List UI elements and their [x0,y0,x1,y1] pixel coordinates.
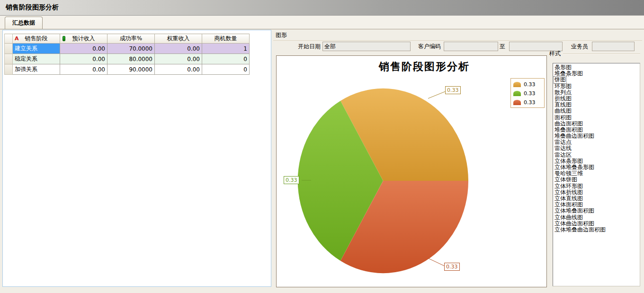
style-list-item[interactable]: 立体堆叠曲边面积图 [554,227,606,233]
chart-legend: 0.330.330.33 [510,78,545,108]
table-cell[interactable]: 0.00 [155,44,202,54]
style-list-item[interactable]: 立体折线图 [554,189,583,195]
style-list-item[interactable]: 环形图 [554,83,572,89]
customer-code-field[interactable] [444,42,498,51]
callout-line-1 [428,91,446,98]
salesperson-field[interactable] [592,42,635,51]
style-list-item[interactable]: 立体环形图 [554,183,583,189]
column-header-expected[interactable]: 预计收入 [60,34,107,44]
legend-value: 0.33 [524,81,536,88]
table-cell[interactable]: 0 [202,54,250,64]
sort-a-icon: A [15,36,19,42]
stage-table: A销售阶段 预计收入 成功率% 权重收入 商机数量 建立关系0.0070.000… [4,34,250,75]
graph-panel: 图形 开始日期 全部 客户编码 至 业务员 销售阶段图形分析 0.33 0.33… [273,29,642,289]
style-list-item[interactable]: 立体曲边面积图 [554,221,595,227]
legend-swatch-icon [513,82,521,87]
pie-chart-svg [277,56,546,287]
table-row: 加强关系0.0090.00000.000 [5,64,250,75]
table-cell[interactable]: 0.00 [155,54,202,64]
legend-value: 0.33 [524,99,536,106]
table-corner-cell[interactable] [5,34,13,44]
table-cell[interactable]: 0.00 [60,64,107,75]
table-cell[interactable]: 70.0000 [107,44,155,54]
slice-label-3: 0.33 [444,263,460,271]
table-cell[interactable]: 0 [202,64,250,75]
legend-swatch-icon [513,91,521,96]
table-cell[interactable]: 0.00 [60,54,107,64]
row-header-cell[interactable] [5,54,13,64]
column-header-stage[interactable]: A销售阶段 [13,34,60,44]
table-cell[interactable]: 90.0000 [107,64,155,75]
style-list-item[interactable]: 立体曲线图 [554,214,583,221]
legend-item: 0.33 [513,98,542,106]
summary-table-panel: A销售阶段 预计收入 成功率% 权重收入 商机数量 建立关系0.0070.000… [2,30,271,287]
table-cell[interactable]: 0.00 [155,64,202,75]
callout-line-3 [429,258,446,266]
style-list-item[interactable]: 立体饼图 [554,177,578,183]
style-list[interactable]: 条形图堆叠条形图饼图环形图散列点折线图直线图曲线图面积图曲边面积图堆叠面积图堆叠… [553,63,640,286]
legend-item: 0.33 [513,89,542,97]
table-cell[interactable]: 0.00 [60,44,107,54]
window-title: 销售阶段图形分析 [6,3,59,12]
column-header-count[interactable]: 商机数量 [202,34,250,44]
table-cell[interactable]: 建立关系 [13,44,60,54]
style-panel-title: 样式 [549,50,561,58]
stage-table-body: A销售阶段 预计收入 成功率% 权重收入 商机数量 建立关系0.0070.000… [5,34,250,75]
legend-item: 0.33 [513,80,542,88]
table-cell[interactable]: 加强关系 [13,64,60,75]
start-date-label: 开始日期 [292,42,321,51]
style-list-item[interactable]: 曲线图 [554,108,572,114]
style-list-item[interactable]: 饼图 [554,77,566,83]
table-cell[interactable]: 1 [202,44,250,54]
legend-value: 0.33 [524,90,536,97]
style-groove-line [563,53,640,54]
style-list-item[interactable]: 散列点 [554,89,572,96]
legend-swatch-icon [513,100,521,105]
column-header-weighted[interactable]: 权重收入 [155,34,202,44]
table-cell[interactable]: 稳定关系 [13,54,60,64]
style-list-item[interactable]: 雷达区 [554,152,572,158]
style-list-item[interactable]: 雷达线 [554,145,572,151]
graph-panel-title: 图形 [273,29,642,41]
to-label: 至 [500,42,506,51]
tab-strip: 汇总数据 [0,16,644,29]
start-date-field[interactable]: 全部 [322,42,411,51]
table-header-row: A销售阶段 预计收入 成功率% 权重收入 商机数量 [5,34,250,44]
table-cell[interactable]: 80.0000 [107,54,155,64]
style-list-item[interactable]: 曲边面积图 [554,121,583,127]
style-list-item[interactable]: 立体堆叠面积图 [554,208,595,214]
slice-label-1: 0.33 [445,86,461,94]
salesperson-label: 业务员 [571,42,590,51]
table-row: 稳定关系0.0080.00000.000 [5,54,250,64]
table-row: 建立关系0.0070.00000.001 [5,44,250,54]
green-bar-icon [63,36,65,41]
style-list-item[interactable]: 面积图 [554,115,572,121]
window-titlebar: 销售阶段图形分析 [0,0,644,16]
column-header-success-rate[interactable]: 成功率% [107,34,155,44]
row-header-cell[interactable] [5,64,13,75]
tab-summary-data[interactable]: 汇总数据 [5,17,43,29]
customer-code-label: 客户编码 [418,42,441,51]
slice-label-2: 0.33 [284,176,299,184]
pie-chart-area: 销售阶段图形分析 0.33 0.33 0.33 0.330.330.33 [276,55,547,287]
row-header-cell[interactable] [5,44,13,54]
